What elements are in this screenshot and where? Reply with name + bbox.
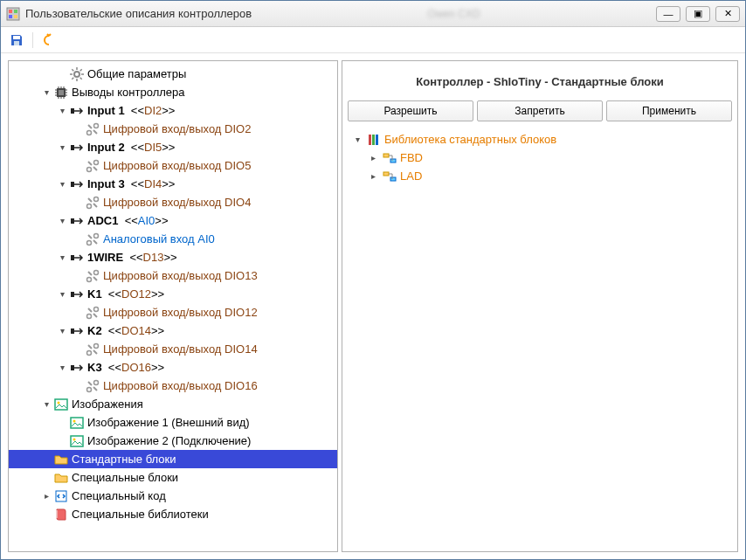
tree-item[interactable]: ▸Аналоговый вход AI0	[9, 230, 337, 248]
tree-item-label: ADC1 <<AI0>>	[87, 214, 169, 227]
io-icon	[70, 141, 84, 155]
chevron-down-icon[interactable]: ▾	[56, 289, 68, 299]
maximize-button[interactable]: ▣	[686, 6, 710, 22]
close-button[interactable]: ✕	[715, 6, 740, 22]
img-icon	[54, 398, 68, 411]
tree-item[interactable]: ▸Общие параметры	[9, 65, 337, 83]
tree-item-label: K1 <<DO12>>	[87, 287, 164, 301]
chevron-down-icon[interactable]: ▾	[56, 106, 68, 115]
tree-item[interactable]: ▾ADC1 <<AI0>>	[9, 211, 337, 230]
io-icon	[70, 324, 84, 338]
chevron-right-icon[interactable]: ▸	[367, 171, 379, 181]
img-icon	[70, 416, 84, 430]
tree-item[interactable]: ▸Специальные библиотеки	[9, 505, 337, 523]
tree-item-label: Специальный код	[72, 489, 166, 502]
right-tree-label: LAD	[400, 169, 422, 183]
chevron-down-icon[interactable]: ▾	[56, 363, 68, 372]
main-window: Пользовательские описания контроллеров O…	[0, 0, 746, 560]
tree-item-label: Цифровой вход/выход DIO12	[103, 306, 258, 319]
refresh-button[interactable]	[40, 31, 58, 49]
chevron-right-icon[interactable]: ▸	[367, 153, 379, 162]
io-icon	[70, 361, 84, 375]
code-icon	[54, 489, 68, 503]
fbd-icon	[383, 151, 397, 165]
img-icon	[70, 434, 84, 448]
chevron-down-icon[interactable]: ▾	[56, 179, 68, 189]
save-button[interactable]	[8, 31, 25, 49]
chevron-down-icon[interactable]: ▾	[56, 216, 68, 225]
chevron-down-icon[interactable]: ▾	[351, 135, 363, 144]
tool-icon	[86, 342, 100, 356]
chevron-right-icon[interactable]: ▸	[40, 491, 52, 501]
titlebar-blur-text: Owen CXD	[252, 8, 656, 20]
tree-item-label: Общие параметры	[87, 67, 186, 80]
io-icon	[70, 104, 84, 118]
tool-icon	[86, 159, 100, 173]
tree-item[interactable]: ▸Цифровой вход/выход DIO2	[9, 120, 337, 138]
tree-item-label: Изображение 1 (Внешний вид)	[87, 416, 250, 429]
left-tree-panel[interactable]: ▸Общие параметры▾Выводы контроллера▾Inpu…	[8, 60, 338, 552]
app-icon	[6, 7, 20, 21]
right-tree[interactable]: ▾Библиотека стандартных блоков▸FBD▸LAD	[348, 130, 732, 546]
tree-item[interactable]: ▾Input 3 <<DI4>>	[9, 175, 337, 193]
tree-item[interactable]: ▸Цифровой вход/выход DIO12	[9, 303, 337, 321]
tool-icon	[86, 196, 100, 210]
tree-item[interactable]: ▾K3 <<DO16>>	[9, 358, 337, 377]
tree-item-label: Изображения	[72, 398, 143, 411]
minimize-button[interactable]: —	[656, 6, 680, 22]
tree-item-label: Input 2 <<DI5>>	[87, 141, 175, 154]
tree-item-label: K3 <<DO16>>	[87, 361, 164, 374]
tool-icon	[86, 269, 100, 283]
chevron-down-icon[interactable]: ▾	[56, 252, 68, 262]
tree-item[interactable]: ▸Стандартные блоки	[9, 450, 337, 468]
chip-icon	[54, 86, 68, 100]
tool-icon	[86, 306, 100, 320]
tree-item[interactable]: ▾Input 1 <<DI2>>	[9, 101, 337, 120]
right-tree-label: FBD	[400, 151, 423, 164]
tree-item[interactable]: ▸Специальный код	[9, 487, 337, 505]
apply-button[interactable]: Применить	[606, 100, 732, 121]
tree-item-label: K2 <<DO14>>	[87, 324, 164, 337]
io-icon	[70, 214, 84, 228]
tree-item[interactable]: ▸Изображение 1 (Внешний вид)	[9, 413, 337, 432]
tree-item-label: Изображение 2 (Подключение)	[87, 434, 251, 447]
tree-item-label: Цифровой вход/выход DIO4	[103, 196, 251, 209]
window-title: Пользовательские описания контроллеров	[25, 7, 252, 20]
right-panel: Контроллер - ShIoTiny - Стандартные блок…	[342, 60, 738, 552]
allow-button[interactable]: Разрешить	[348, 100, 473, 121]
tree-item[interactable]: ▸Цифровой вход/выход DIO16	[9, 377, 337, 395]
folder-icon	[54, 453, 68, 467]
folder-icon	[54, 471, 68, 485]
chevron-down-icon[interactable]: ▾	[56, 142, 68, 152]
tree-item-label: Аналоговый вход AI0	[103, 232, 215, 245]
tree-item[interactable]: ▾1WIRE <<D13>>	[9, 248, 337, 266]
chevron-down-icon[interactable]: ▾	[56, 326, 68, 335]
deny-button[interactable]: Запретить	[477, 100, 603, 121]
tree-item[interactable]: ▸Цифровой вход/выход DIO13	[9, 266, 337, 285]
tree-item[interactable]: ▸Изображение 2 (Подключение)	[9, 432, 337, 450]
toolbar-separator	[32, 32, 33, 48]
tree-item[interactable]: ▸Цифровой вход/выход DIO14	[9, 340, 337, 358]
tree-item-label: Специальные библиотеки	[72, 508, 209, 521]
chevron-down-icon[interactable]: ▾	[40, 87, 52, 97]
tree-item[interactable]: ▾K1 <<DO12>>	[9, 285, 337, 303]
tree-item[interactable]: ▾Выводы контроллера	[9, 83, 337, 101]
tree-item-label: Цифровой вход/выход DIO2	[103, 122, 251, 135]
chevron-down-icon[interactable]: ▾	[40, 399, 52, 409]
tree-item[interactable]: ▸Цифровой вход/выход DIO4	[9, 193, 337, 211]
tree-item[interactable]: ▾Изображения	[9, 395, 337, 413]
tree-item-label: 1WIRE <<D13>>	[87, 251, 177, 264]
tree-item[interactable]: ▸Специальные блоки	[9, 468, 337, 487]
right-tree-item[interactable]: ▸LAD	[348, 167, 732, 185]
tree-item[interactable]: ▾Input 2 <<DI5>>	[9, 138, 337, 156]
tree-item[interactable]: ▾K2 <<DO14>>	[9, 321, 337, 340]
tree-item[interactable]: ▸Цифровой вход/выход DIO5	[9, 156, 337, 175]
button-row: Разрешить Запретить Применить	[348, 100, 732, 121]
tree-item-label: Input 1 <<DI2>>	[87, 104, 175, 117]
right-tree-item[interactable]: ▸FBD	[348, 149, 732, 167]
content-area: ▸Общие параметры▾Выводы контроллера▾Inpu…	[1, 53, 745, 559]
tree-item-label: Специальные блоки	[72, 471, 178, 484]
right-tree-item[interactable]: ▾Библиотека стандартных блоков	[348, 130, 732, 149]
titlebar: Пользовательские описания контроллеров O…	[1, 1, 745, 27]
window-buttons: — ▣ ✕	[656, 6, 740, 22]
